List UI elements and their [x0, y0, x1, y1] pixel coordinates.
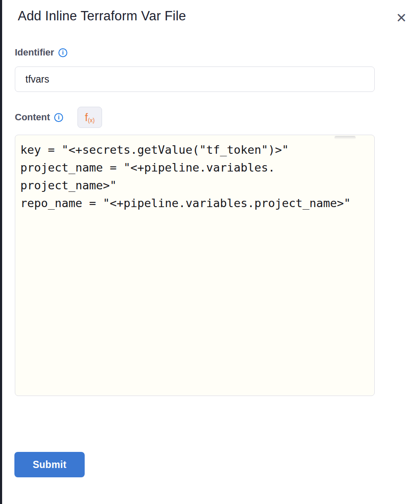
- page-title: Add Inline Terraform Var File: [18, 8, 186, 24]
- content-editor[interactable]: key = "<+secrets.getValue("tf_token")>" …: [15, 135, 375, 396]
- identifier-input[interactable]: [15, 66, 375, 92]
- identifier-label: Identifier: [15, 47, 54, 58]
- fx-icon: f: [85, 112, 88, 123]
- add-inline-terraform-var-file-drawer: Add Inline Terraform Var File ✕ Identifi…: [0, 0, 420, 504]
- content-label-row: Content i f(x): [15, 107, 102, 128]
- info-icon[interactable]: i: [54, 113, 63, 122]
- expression-fx-button[interactable]: f(x): [77, 107, 102, 128]
- drawer-left-edge: [0, 0, 2, 504]
- content-code[interactable]: key = "<+secrets.getValue("tf_token")>" …: [20, 141, 369, 212]
- info-icon[interactable]: i: [58, 48, 67, 57]
- fx-icon-sub: (x): [88, 117, 94, 123]
- close-icon[interactable]: ✕: [392, 8, 411, 27]
- submit-button[interactable]: Submit: [14, 452, 85, 477]
- content-label: Content: [15, 112, 50, 123]
- identifier-label-row: Identifier i: [15, 47, 67, 58]
- scrollbar-thumb-artifact: [334, 136, 356, 139]
